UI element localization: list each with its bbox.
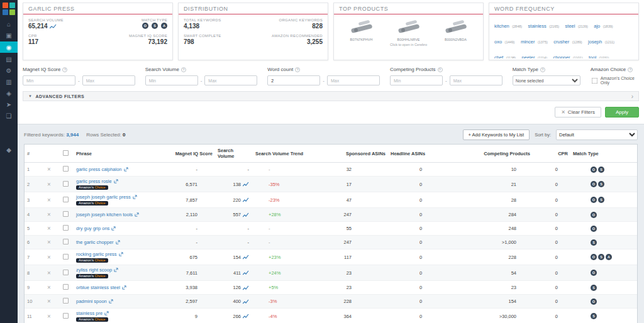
trend-sparkline-icon[interactable] [243,314,249,319]
trend-sparkline-icon[interactable] [243,182,249,187]
trend-sparkline-icon[interactable] [243,255,249,260]
column-header-Search Volume[interactable]: Search Volume [215,145,253,162]
help-icon[interactable]: ? [181,67,186,72]
column-header-Headline ASINs[interactable]: Headline ASINs [388,148,460,160]
phrase-link[interactable]: the garlic chopper [76,239,120,245]
sidebar-item-profits-icon[interactable]: ◈ [0,88,18,98]
help-icon[interactable]: ? [628,67,633,72]
word-frequency-item[interactable]: oxo (1449) [494,35,514,45]
column-header-Search Volume Trend[interactable]: Search Volume Trend [253,148,313,160]
remove-keyword-button[interactable]: ✕ [41,297,57,306]
column-header-CPR[interactable]: CPR [533,148,570,160]
row-checkbox[interactable] [62,239,68,244]
phrase-link[interactable]: joseph joseph kitchen tools [76,212,139,217]
word-link[interactable]: peeler [522,55,535,58]
trend-sparkline-icon[interactable] [243,285,249,290]
row-checkbox[interactable] [62,196,68,202]
sidebar-item-black-box-icon[interactable]: ▣ [0,30,18,40]
word-frequency-item[interactable]: peeler (1114) [522,50,547,58]
column-header-blank-1[interactable] [41,150,57,156]
sidebar-item-launch-icon[interactable]: ➤ [0,99,18,109]
word-frequency-item[interactable]: kitchen (2848) [494,19,522,30]
word-link[interactable]: kitchen [494,23,509,29]
trend-sparkline-icon[interactable] [243,197,249,202]
row-checkbox[interactable] [62,180,68,186]
remove-keyword-button[interactable]: ✕ [41,312,57,321]
amazons-choice-only-checkbox[interactable] [591,77,597,84]
sidebar-item-frankenstein-icon[interactable]: ⚙ [0,65,18,75]
top-product[interactable]: B000N2VBDA [440,18,472,41]
trend-sparkline-icon[interactable] [243,212,249,217]
filter-min-input[interactable] [145,75,198,85]
top-product[interactable]: B00HHLNRVE [392,18,425,41]
row-checkbox[interactable] [62,211,68,217]
filter-max-input[interactable] [327,75,380,85]
row-checkbox[interactable] [62,269,68,275]
word-frequency-item[interactable]: mincer (1375) [521,35,548,45]
word-frequency-list[interactable]: kitchen (2848) stainless (2165) steel (2… [489,14,638,58]
word-link[interactable]: chef [494,55,503,58]
sidebar-item-follow-up-icon[interactable]: ◆ [0,145,18,155]
phrase-link[interactable]: rocking garlic press [76,251,123,257]
sort-by-select[interactable]: Default [556,129,638,140]
word-link[interactable]: tool [589,55,596,58]
row-checkbox[interactable] [62,312,68,318]
match-type-select[interactable]: None selected [513,75,580,85]
filter-min-input[interactable] [390,75,443,85]
sidebar-item-inventory-icon[interactable]: ❏ [0,111,18,121]
phrase-link[interactable]: padmini spoon [76,298,113,304]
select-all-checkbox[interactable] [62,150,68,155]
add-keywords-button[interactable]: + Add Keywords to My List [463,129,530,140]
word-frequency-item[interactable]: stainless (2165) [528,19,560,30]
help-icon[interactable]: ? [295,67,300,72]
filter-max-input[interactable] [82,75,135,85]
phrase-link[interactable]: garlic press calphalon [76,167,128,172]
helium10-logo[interactable] [0,0,18,18]
word-frequency-item[interactable]: chef (1138) [494,50,516,58]
remove-keyword-button[interactable]: ✕ [41,195,57,205]
filter-min-input[interactable] [267,75,320,85]
phrase-link[interactable]: zyliss right scoop [76,267,118,273]
word-link[interactable]: ajo [594,23,600,29]
column-header-Magnet IQ Score[interactable]: Magnet IQ Score [168,148,215,160]
remove-keyword-button[interactable]: ✕ [41,253,57,262]
sidebar-item-home-icon[interactable]: ⌂ [0,19,18,29]
column-header-Phrase[interactable]: Phrase [74,148,168,160]
remove-keyword-button[interactable]: ✕ [41,224,57,233]
sidebar-item-magnet-icon[interactable]: ◉ [0,41,18,53]
word-link[interactable]: joseph [588,39,602,45]
top-product[interactable]: B07N7KPHVH [345,18,378,41]
row-checkbox[interactable] [62,225,68,231]
help-icon[interactable]: ? [438,67,443,72]
remove-keyword-button[interactable]: ✕ [41,238,57,247]
sidebar-item-cerebro-icon[interactable]: ▤ [0,54,18,64]
apply-button[interactable]: Apply [605,107,639,118]
row-checkbox[interactable] [62,298,68,304]
trend-sparkline-icon[interactable] [243,299,249,304]
phrase-link[interactable]: stainless pre [76,310,109,316]
word-frequency-item[interactable]: steel (2139) [565,19,588,30]
row-checkbox[interactable] [62,166,68,172]
word-link[interactable]: chopper [553,55,570,58]
trend-sparkline-icon[interactable] [243,270,249,275]
word-link[interactable]: steel [565,23,575,29]
word-link[interactable]: crusher [553,39,569,45]
phrase-link[interactable]: dry guy grip ons [76,226,116,231]
remove-keyword-button[interactable]: ✕ [41,210,57,219]
column-header-Match Type[interactable]: Match Type [570,148,637,160]
word-link[interactable]: stainless [528,23,547,29]
remove-keyword-button[interactable]: ✕ [41,268,57,278]
advanced-filters-toggle[interactable]: ▼ ADVANCED FILTERS › [23,91,639,101]
sidebar-item-scribbles-icon[interactable]: ▥ [0,77,18,87]
column-header-Sponsored ASINs[interactable]: Sponsored ASINs [313,148,388,160]
clear-filters-button[interactable]: ✕ Clear Filters [555,107,601,118]
help-icon[interactable]: ? [540,67,545,72]
word-frequency-item[interactable]: chopper (1101) [553,50,582,58]
row-checkbox[interactable] [62,284,68,290]
column-header-Competing Products[interactable]: Competing Products [460,148,533,160]
filter-max-input[interactable] [204,75,257,85]
word-link[interactable]: oxo [494,39,502,45]
column-header-blank-2[interactable] [57,146,74,162]
word-frequency-item[interactable]: ajo (1839) [594,19,613,30]
word-link[interactable]: mincer [521,39,535,45]
